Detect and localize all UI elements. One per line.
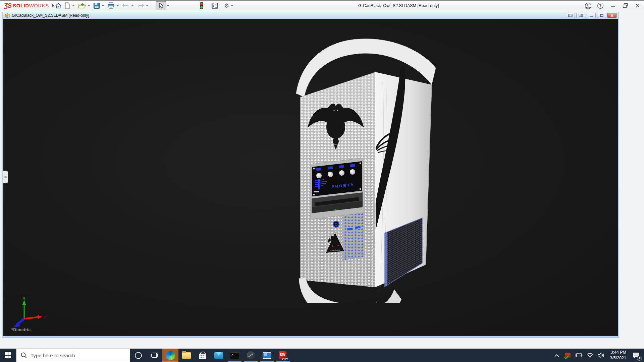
help-icon: ? [597, 3, 603, 9]
hexagon-app-icon [247, 351, 255, 360]
minimize-icon [610, 3, 615, 8]
taskbar-app-hexagon[interactable] [243, 349, 259, 362]
tray-display-button[interactable] [575, 349, 583, 362]
notification-center-button[interactable]: 1 [631, 349, 642, 362]
solidworks-logo-light: WORKS [29, 3, 49, 8]
minimize-button[interactable] [609, 2, 616, 9]
restore-button[interactable] [622, 2, 629, 9]
solidworks-logo-bold: SOLID [13, 3, 29, 8]
check-icon [564, 355, 569, 359]
search-icon [20, 352, 27, 359]
print-icon [107, 2, 115, 9]
search-input[interactable] [16, 349, 130, 362]
solidworks-logo: ƷS SOLIDWORKS [4, 2, 54, 9]
taskbar-app-mail[interactable] [211, 349, 227, 362]
clock-time: 3:44 PM [610, 350, 626, 355]
print-dropdown[interactable] [116, 5, 119, 6]
document-restore-icon [600, 14, 604, 17]
taskbar-app-edge[interactable] [162, 349, 178, 362]
options-dropdown[interactable] [231, 5, 233, 6]
pane-right-icon [579, 14, 583, 17]
feature-pane-tab[interactable] [3, 171, 8, 183]
taskbar-app-store[interactable] [195, 349, 211, 362]
task-view-button[interactable] [146, 349, 162, 362]
open-dropdown[interactable] [88, 5, 90, 6]
taskbar: >_ SW 2021 [0, 349, 644, 362]
save-button[interactable] [92, 1, 101, 10]
new-document-button[interactable] [63, 1, 72, 10]
pane-right-toggle-button[interactable] [576, 13, 585, 18]
quick-access-toolbar: ⚙ [54, 1, 235, 11]
front-mesh-blue-glow [342, 208, 365, 260]
solidworks-2021-icon: SW 2021 [279, 351, 287, 360]
clock-date: 3/5/2021 [610, 355, 626, 361]
document-minimize-button[interactable] [587, 13, 596, 18]
home-icon [55, 2, 62, 9]
triad-y-label: Y [23, 297, 25, 301]
redo-button[interactable] [136, 1, 146, 10]
taskbar-app-window[interactable] [259, 349, 275, 362]
document-window-controls [566, 13, 616, 18]
select-tool-button[interactable] [156, 1, 166, 10]
select-tool-dropdown[interactable] [167, 5, 169, 6]
save-dropdown[interactable] [102, 5, 104, 6]
document-restore-button[interactable] [597, 13, 606, 18]
start-button[interactable] [0, 349, 16, 362]
assembly-document-icon [5, 13, 10, 18]
chevron-up-icon [554, 354, 559, 357]
command-prompt-icon: >_ [230, 352, 239, 359]
undo-button[interactable] [121, 1, 131, 10]
drive-led [335, 209, 337, 211]
tray-solidworks-status[interactable] [564, 349, 572, 362]
gear-icon: ⚙ [224, 2, 229, 9]
file-explorer-icon [182, 352, 191, 359]
edge-icon [166, 351, 175, 360]
document-close-button[interactable] [607, 13, 616, 18]
taskbar-clock[interactable]: 3:44 PM 3/5/2021 [608, 350, 628, 361]
display-list-icon [211, 2, 218, 9]
app-titlebar: ƷS SOLIDWORKS [0, 0, 644, 10]
model-3d-pc-case: PHOBYA [287, 35, 448, 303]
open-button[interactable] [76, 1, 87, 10]
close-icon [635, 3, 640, 8]
display-list-button[interactable] [210, 1, 219, 10]
document-titlebar[interactable]: GrCadBlack_Owl_S2.SLDASM [Read-only] [3, 12, 618, 19]
redo-icon [137, 3, 144, 9]
help-button[interactable]: ? [597, 2, 604, 9]
print-button[interactable] [106, 1, 116, 10]
task-view-icon [151, 352, 158, 359]
system-tray: 3:44 PM 3/5/2021 1 [552, 349, 644, 362]
power-button [333, 221, 339, 227]
taskbar-search[interactable] [16, 349, 130, 362]
screen: ƷS SOLIDWORKS [0, 0, 644, 362]
new-document-dropdown[interactable] [72, 5, 75, 6]
account-button[interactable] [584, 2, 592, 9]
solidworks-year-label: 2021 [282, 357, 288, 361]
taskbar-app-file-explorer[interactable] [178, 349, 195, 362]
home-button[interactable] [54, 1, 63, 10]
account-icon [585, 2, 592, 9]
tray-wifi-button[interactable] [586, 349, 594, 362]
cortana-icon [135, 352, 142, 359]
new-document-icon [64, 2, 70, 9]
graphics-viewport[interactable]: PHOBYA [3, 19, 618, 335]
close-button[interactable] [634, 2, 641, 9]
tray-expand-button[interactable] [552, 349, 561, 362]
tray-volume-button[interactable] [597, 349, 605, 362]
window-app-icon [263, 352, 271, 359]
document-close-icon [610, 14, 614, 17]
cortana-button[interactable] [130, 349, 146, 362]
pane-tab-grip-icon [4, 176, 7, 178]
app-window-controls: ? [584, 1, 641, 11]
save-icon [93, 2, 100, 9]
redo-dropdown[interactable] [146, 5, 149, 6]
select-cursor-icon [159, 3, 164, 9]
wifi-icon [586, 353, 594, 358]
status-lights-button[interactable] [198, 1, 205, 10]
taskbar-app-solidworks[interactable]: SW 2021 [275, 349, 291, 362]
options-button[interactable]: ⚙ [223, 1, 230, 10]
taskbar-app-command-prompt[interactable]: >_ [227, 349, 243, 362]
solidworks-logo-mark: ƷS [4, 2, 11, 9]
pane-left-toggle-button[interactable] [566, 13, 575, 18]
undo-dropdown[interactable] [131, 5, 134, 6]
